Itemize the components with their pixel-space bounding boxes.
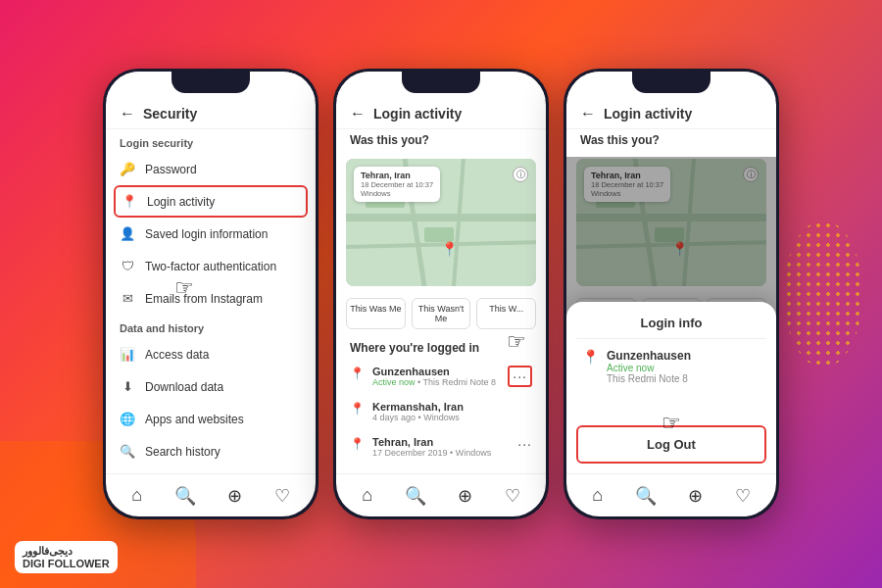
phone2-bottom-nav: ⌂ 🔍 ⊕ ♡ <box>336 473 546 516</box>
phone2-was-this-you: Was this you? <box>336 129 546 151</box>
phones-container: ← Security Login security 🔑 Password 📍 L… <box>103 69 779 519</box>
phone3-search-icon[interactable]: 🔍 <box>635 485 657 507</box>
location-1-device: • This Redmi Note 8 <box>417 377 496 387</box>
log-out-button[interactable]: Log Out <box>576 425 766 464</box>
menu-apps-label: Apps and websites <box>145 413 244 426</box>
phone2-back-icon[interactable]: ← <box>350 105 366 122</box>
phone3-bottom-nav: ⌂ 🔍 ⊕ ♡ <box>566 473 776 516</box>
phone1-menu-apps[interactable]: 🌐 Apps and websites <box>106 403 316 435</box>
add-icon[interactable]: ⊕ <box>227 485 242 507</box>
location-3-details: Tehran, Iran 17 December 2019 • Windows <box>372 436 491 458</box>
search-icon[interactable]: 🔍 <box>174 485 196 507</box>
phone3-heart-icon[interactable]: ♡ <box>735 485 751 507</box>
phone1-section1-label: Login security <box>106 129 316 153</box>
login-activity-icon: 📍 <box>122 194 137 209</box>
phone3-home-icon[interactable]: ⌂ <box>592 485 603 506</box>
phone1-menu-saved-login[interactable]: 👤 Saved login information <box>106 218 316 250</box>
phone3-login-info-panel: Login info 📍 Gunzenhausen Active now Thi… <box>566 302 776 474</box>
location-pin-2: 📍 <box>350 402 365 416</box>
location-1-active: Active now <box>372 377 416 387</box>
overlay-device: This Redmi Note 8 <box>607 373 691 384</box>
location-2-sub: 4 days ago • Windows <box>372 413 464 422</box>
phone3-overlay-location: 📍 Gunzenhausen Active now This Redmi Not… <box>576 339 766 394</box>
map-pin-icon: 📍 <box>441 241 458 257</box>
menu-access-data-label: Access data <box>145 348 209 362</box>
menu-search-history-label: Search history <box>145 445 220 459</box>
phone2-dots-menu-1[interactable]: ··· <box>508 366 532 387</box>
access-data-icon: 📊 <box>120 347 135 362</box>
location-pin-1: 📍 <box>350 367 365 380</box>
logo-persian: دیجی‌فالوور <box>23 545 73 557</box>
phone1-menu-download-data[interactable]: ⬇ Download data <box>106 370 316 403</box>
phone3-overlay-title: Login info <box>576 312 766 339</box>
menu-password-label: Password <box>145 163 197 176</box>
phone-2: ← Login activity Was this you? <box>333 69 549 519</box>
logo-english: DIGI FOLLOWER <box>23 558 110 569</box>
phone2-title: Login activity <box>373 106 462 122</box>
password-icon: 🔑 <box>120 162 135 176</box>
phone3-back-icon[interactable]: ← <box>580 105 596 122</box>
phone1-menu-access-data[interactable]: 📊 Access data <box>106 338 316 370</box>
location-pin-3: 📍 <box>350 437 365 451</box>
phone2-heart-icon[interactable]: ♡ <box>505 485 520 507</box>
saved-login-icon: 👤 <box>120 226 135 241</box>
phone3-header: ← Login activity <box>566 99 776 129</box>
emails-icon: ✉ <box>120 291 135 306</box>
phone2-home-icon[interactable]: ⌂ <box>362 485 372 506</box>
back-arrow-icon[interactable]: ← <box>120 105 135 122</box>
phone1-notch <box>172 72 250 93</box>
phone2-map: ⓘ Tehran, Iran 18 December at 10:37 Wind… <box>346 159 536 286</box>
location-3-sub: 17 December 2019 • Windows <box>372 448 491 458</box>
phone2-location-2: 📍 Kermanshah, Iran 4 days ago • Windows <box>336 394 546 429</box>
two-factor-icon: 🛡 <box>120 259 135 273</box>
search-history-icon: 🔍 <box>120 444 135 459</box>
map-device: Windows <box>361 189 433 198</box>
phone1-title: Security <box>143 106 197 122</box>
phone1-menu-2fa[interactable]: 🛡 Two-factor authentication <box>106 250 316 282</box>
apps-icon: 🌐 <box>120 412 135 426</box>
location-2-city: Kermanshah, Iran <box>372 401 464 413</box>
phone1-menu-password[interactable]: 🔑 Password <box>106 153 316 185</box>
heart-icon[interactable]: ♡ <box>274 485 290 507</box>
phone-1: ← Security Login security 🔑 Password 📍 L… <box>103 69 318 519</box>
location-1-details: Gunzenhausen Active now • This Redmi Not… <box>372 366 496 387</box>
phone2-notch <box>402 72 480 93</box>
phone1-bottom-nav: ⌂ 🔍 ⊕ ♡ <box>106 473 316 516</box>
phone1-menu-search-history[interactable]: 🔍 Search history <box>106 435 316 467</box>
overlay-location-pin-icon: 📍 <box>582 349 599 365</box>
bg-dots-decoration <box>784 220 862 368</box>
download-data-icon: ⬇ <box>120 379 135 394</box>
menu-saved-login-label: Saved login information <box>145 227 268 241</box>
map-date: 18 December at 10:37 <box>361 180 433 189</box>
phone1-section2-label: Data and history <box>106 315 316 338</box>
phone2-action-buttons: This Was Me This Wasn't Me This W... <box>336 294 546 333</box>
location-3-city: Tehran, Iran <box>372 436 491 448</box>
phone2-dots-menu-3[interactable]: ··· <box>517 436 532 452</box>
phone2-where-logged: Where you're logged in <box>336 333 546 359</box>
this-w-button[interactable]: This W... <box>476 298 536 329</box>
brand-logo: دیجی‌فالوور DIGI FOLLOWER <box>15 541 118 573</box>
this-wasnt-me-button[interactable]: This Wasn't Me <box>412 298 471 329</box>
phone3-content: Was this you? ⓘ <box>566 129 776 473</box>
phone1-menu-emails[interactable]: ✉ Emails from Instagram <box>106 282 316 315</box>
map-info-button[interactable]: ⓘ <box>513 167 528 182</box>
phone2-add-icon[interactable]: ⊕ <box>458 485 472 507</box>
home-icon[interactable]: ⌂ <box>131 485 142 506</box>
phone1-menu-login-activity[interactable]: 📍 Login activity <box>114 185 308 218</box>
location-2-details: Kermanshah, Iran 4 days ago • Windows <box>372 401 464 422</box>
phone2-location-3: 📍 Tehran, Iran 17 December 2019 • Window… <box>336 429 546 465</box>
phone2-location-1: 📍 Gunzenhausen Active now • This Redmi N… <box>336 359 546 394</box>
map-location-label: Tehran, Iran 18 December at 10:37 Window… <box>354 167 440 202</box>
menu-download-data-label: Download data <box>145 380 223 394</box>
phone1-header: ← Security <box>106 99 316 129</box>
phone3-notch <box>632 72 710 93</box>
phone2-content: Was this you? ⓘ <box>336 129 546 473</box>
map-city: Tehran, Iran <box>361 171 433 180</box>
this-was-me-button[interactable]: This Was Me <box>346 298 406 329</box>
menu-2fa-label: Two-factor authentication <box>145 260 276 273</box>
phone3-add-icon[interactable]: ⊕ <box>688 485 703 507</box>
overlay-city: Gunzenhausen <box>607 349 691 363</box>
menu-emails-label: Emails from Instagram <box>145 292 263 306</box>
phone2-header: ← Login activity <box>336 99 546 129</box>
phone2-search-icon[interactable]: 🔍 <box>405 485 426 507</box>
